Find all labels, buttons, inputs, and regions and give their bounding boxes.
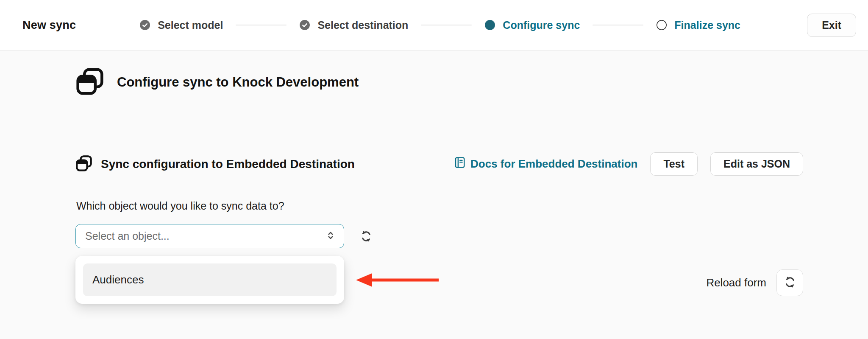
active-step-dot-icon	[484, 20, 495, 31]
step-connector	[236, 25, 287, 25]
object-select-row: Select an object...	[75, 224, 373, 248]
docs-link[interactable]: Docs for Embedded Destination	[453, 156, 637, 172]
page-title: New sync	[22, 19, 76, 32]
test-button[interactable]: Test	[650, 152, 698, 176]
chevron-up-down-icon	[325, 230, 336, 243]
new-sync-page: New sync Select model	[0, 0, 868, 339]
step-label: Configure sync	[503, 19, 580, 31]
step-label: Finalize sync	[674, 19, 740, 31]
dropdown-option-audiences[interactable]: Audiences	[83, 263, 337, 296]
configure-heading-row: Configure sync to Knock Development	[75, 67, 359, 98]
check-circle-icon	[139, 20, 150, 31]
step-connector	[421, 25, 472, 25]
refresh-icon	[783, 275, 797, 290]
object-select-dropdown: Audiences	[75, 256, 344, 304]
exit-button[interactable]: Exit	[807, 14, 856, 37]
step-finalize-sync[interactable]: Finalize sync	[656, 19, 740, 31]
sync-config-section-row: Sync configuration to Embedded Destinati…	[75, 152, 803, 176]
object-select[interactable]: Select an object...	[75, 224, 344, 248]
docs-link-label: Docs for Embedded Destination	[470, 157, 637, 171]
main-content: Configure sync to Knock Development Sync…	[0, 50, 868, 339]
top-bar: New sync Select model	[0, 0, 868, 50]
sync-config-section-title: Sync configuration to Embedded Destinati…	[101, 157, 355, 171]
window-icon	[75, 155, 92, 174]
book-icon	[453, 156, 466, 172]
edit-as-json-button[interactable]: Edit as JSON	[710, 152, 803, 176]
step-configure-sync[interactable]: Configure sync	[484, 19, 580, 31]
reload-form-row: Reload form	[706, 269, 803, 296]
object-select-placeholder: Select an object...	[85, 230, 325, 242]
step-select-destination[interactable]: Select destination	[299, 19, 408, 31]
section-title-group: Sync configuration to Embedded Destinati…	[75, 155, 355, 174]
reload-form-label: Reload form	[706, 276, 766, 289]
step-select-model[interactable]: Select model	[139, 19, 223, 31]
step-connector	[593, 25, 643, 25]
refresh-objects-icon[interactable]	[359, 230, 373, 243]
window-icon	[75, 67, 104, 98]
check-circle-icon	[299, 20, 310, 31]
configure-sync-heading: Configure sync to Knock Development	[117, 75, 359, 90]
reload-form-button[interactable]	[776, 269, 803, 296]
arrow-left-icon	[355, 272, 440, 290]
section-actions: Docs for Embedded Destination Test Edit …	[453, 152, 803, 176]
upcoming-step-circle-icon	[656, 20, 667, 31]
object-question-label: Which object would you like to sync data…	[76, 200, 284, 212]
step-label: Select destination	[317, 19, 408, 31]
step-label: Select model	[158, 19, 223, 31]
wizard-stepper: Select model Select destination	[139, 19, 740, 31]
